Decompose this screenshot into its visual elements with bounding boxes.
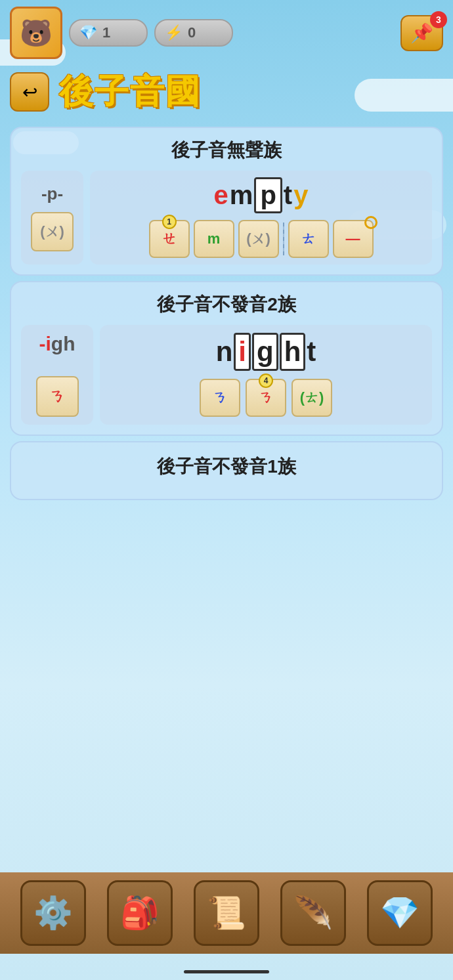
letter-m: m xyxy=(230,181,253,210)
phonetic-label-igh: -igh xyxy=(39,333,76,355)
tiles-row-night: ㄋ 4 ㄋ (ㄊ) xyxy=(200,379,332,417)
letter-n: n xyxy=(216,336,233,368)
tiles-divider xyxy=(283,223,284,255)
tile-zhuyin-e[interactable]: 1 ㄝ xyxy=(149,220,190,258)
tile-t[interactable]: ㄊ xyxy=(288,220,329,258)
tile-circle xyxy=(364,216,378,229)
diamond-value: 1 xyxy=(102,24,110,41)
letter-e: e xyxy=(214,181,228,210)
phonetic-box-igh: -igh ㄋ xyxy=(21,325,93,425)
backpack-button[interactable]: 🎒 xyxy=(107,880,173,946)
notification-button[interactable]: 📌 3 xyxy=(400,15,443,51)
back-button[interactable]: ↩ xyxy=(10,72,49,112)
tile-single-n[interactable]: ㄋ xyxy=(36,376,79,417)
tile-text-e: ㄝ xyxy=(162,229,177,249)
notification-badge: 3 xyxy=(430,11,447,28)
section-silent2: 後子音不發音2族 -igh ㄋ n i g h t ㄋ xyxy=(10,281,443,436)
section-silent-consonant: 後子音無聲族 -p- (ㄨ) e m p t y 1 ㄝ xyxy=(10,127,443,276)
diamond-button[interactable]: 💎 xyxy=(367,880,433,946)
tile-text-t: ㄊ xyxy=(301,229,316,249)
tile-text-wu: (ㄨ) xyxy=(246,229,270,249)
tile-zhuyin-wu[interactable]: (ㄨ) xyxy=(238,220,279,258)
header: 🐻 💎 1 ⚡ 0 📌 3 xyxy=(0,0,453,66)
tile-dash[interactable]: — xyxy=(333,220,374,258)
tile-text-m: m xyxy=(207,230,221,247)
tile-n[interactable]: ㄋ xyxy=(200,379,240,417)
settings-button[interactable]: ⚙️ xyxy=(20,880,86,946)
tile-t2[interactable]: (ㄊ) xyxy=(291,379,332,417)
tile-text-n: ㄋ xyxy=(213,388,227,408)
phonetic-tile-p[interactable]: (ㄨ) xyxy=(31,212,74,251)
wings-icon: 🪶 xyxy=(293,895,333,931)
diamond-icon: 💎 xyxy=(79,24,97,41)
scroll-button[interactable]: 📜 xyxy=(194,880,259,946)
word-display-night: n i g h t ㄋ 4 ㄋ (ㄊ) xyxy=(100,325,432,425)
letter-i-boxed: i xyxy=(234,333,251,371)
wings-button[interactable]: 🪶 xyxy=(280,880,346,946)
back-icon: ↩ xyxy=(22,81,37,103)
section2-title: 後子音不發音2族 xyxy=(21,292,432,317)
tile-single-text: ㄋ xyxy=(49,386,65,407)
letter-t-night: t xyxy=(307,336,316,368)
home-indicator xyxy=(184,970,269,973)
tile-number-1: 1 xyxy=(162,215,177,229)
lightning-value: 0 xyxy=(188,24,196,41)
phonetic-box-p: -p- (ㄨ) xyxy=(21,171,83,265)
backpack-icon: 🎒 xyxy=(120,895,160,931)
section2-word-area: -igh ㄋ n i g h t ㄋ 4 ㄋ xyxy=(21,325,432,425)
section-silent1[interactable]: 後子音不發音1族 xyxy=(10,441,443,500)
tile-text-t2: (ㄊ) xyxy=(300,388,324,408)
letter-y: y xyxy=(293,181,308,210)
toolbar-diamond-icon: 💎 xyxy=(380,895,420,931)
letter-t: t xyxy=(284,181,292,210)
tile-m[interactable]: m xyxy=(194,220,234,258)
tile-text-dash: — xyxy=(346,230,360,247)
phonetic-tile-text: (ㄨ) xyxy=(40,222,64,242)
section3-title: 後子音不發音1族 xyxy=(23,454,430,479)
lightning-icon: ⚡ xyxy=(165,24,183,41)
page-title-area: ↩ 後子音國 xyxy=(0,66,453,121)
tile-number-4: 4 xyxy=(259,373,273,388)
letter-g-boxed: g xyxy=(252,333,278,371)
phonetic-label-p: -p- xyxy=(41,184,63,204)
avatar: 🐻 xyxy=(10,7,62,59)
tiles-row-empty: 1 ㄝ m (ㄨ) ㄊ — xyxy=(98,220,424,258)
section1-word-area: -p- (ㄨ) e m p t y 1 ㄝ m xyxy=(21,171,432,265)
page-title: 後子音國 xyxy=(59,69,201,115)
word-display-empty: e m p t y 1 ㄝ m (ㄨ) ㄊ xyxy=(90,171,432,265)
letter-h-boxed: h xyxy=(280,333,306,371)
section1-title: 後子音無聲族 xyxy=(21,138,432,163)
settings-icon: ⚙️ xyxy=(33,895,73,931)
pin-icon: 📌 xyxy=(410,22,433,44)
tile-n2[interactable]: 4 ㄋ xyxy=(246,379,286,417)
word-letters-night: n i g h t xyxy=(216,333,316,371)
letter-p-boxed: p xyxy=(254,177,282,213)
tile-text-n2: ㄋ xyxy=(259,388,273,408)
diamond-stat-bar: 💎 1 xyxy=(69,19,148,47)
scroll-icon: 📜 xyxy=(207,895,246,931)
word-letters-empty: e m p t y xyxy=(98,177,424,213)
bottom-toolbar: ⚙️ 🎒 📜 🪶 💎 xyxy=(0,872,453,954)
lightning-stat-bar: ⚡ 0 xyxy=(154,19,233,47)
